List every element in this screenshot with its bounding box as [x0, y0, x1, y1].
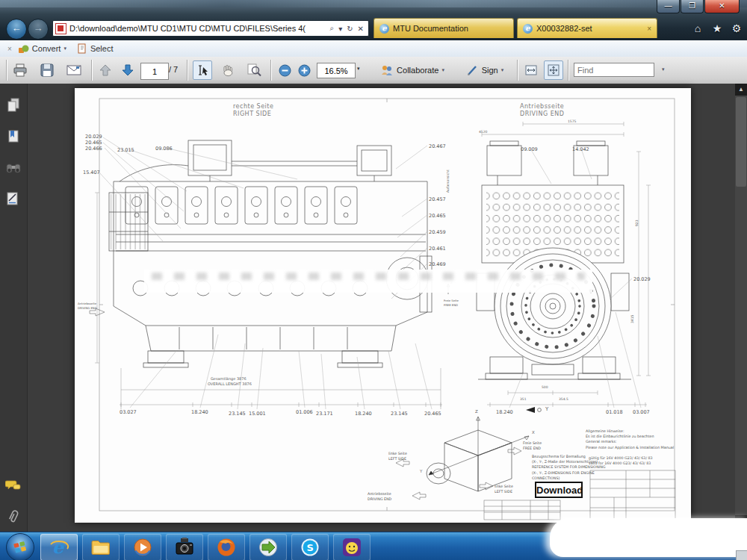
- dim-label: 23.145: [229, 411, 246, 417]
- dim-label: 20.469: [429, 261, 446, 267]
- page-thumbnails-icon[interactable]: [5, 97, 22, 113]
- dim-label: 03.027: [120, 409, 137, 415]
- hand-tool-button[interactable]: [218, 60, 238, 80]
- view-title-driving-end-en: DRIVING END: [520, 111, 564, 118]
- ie-favicon: e: [523, 24, 533, 34]
- search-icon[interactable]: ⌕: [328, 24, 337, 33]
- axis-z-label: Z: [475, 409, 478, 414]
- rotated-dim: 3415: [630, 315, 634, 323]
- address-bar[interactable]: D:\download\demo\MTU CD1\MTU CD\MTU CD\F…: [52, 20, 369, 37]
- separator: [517, 60, 518, 81]
- iso-free-end-label: Freie SeiteFREE END: [523, 441, 542, 451]
- overall-length-de: Gesamtlänge 3876: [211, 376, 247, 381]
- select-button[interactable]: Select: [77, 43, 114, 55]
- command-bar: × Convert ▾ Select: [0, 40, 747, 57]
- dim-label: 351: [520, 397, 527, 401]
- dim-label: 354.5: [559, 397, 568, 401]
- close-button[interactable]: ✕: [704, 0, 740, 13]
- settings-gear-icon[interactable]: ⚙: [728, 21, 746, 36]
- url-text[interactable]: D:\download\demo\MTU CD1\MTU CD\MTU CD\F…: [69, 24, 328, 33]
- minimize-button[interactable]: —: [657, 0, 680, 13]
- dim-label: 500: [542, 385, 548, 389]
- fit-page-button[interactable]: [544, 60, 563, 80]
- taskbar-camera-app[interactable]: [166, 534, 203, 560]
- chevron-down-icon[interactable]: ▾: [336, 25, 344, 33]
- taskbar-file-explorer[interactable]: [82, 534, 120, 560]
- previous-page-button[interactable]: [96, 60, 115, 80]
- minus-circle-icon: [279, 64, 291, 77]
- scrollbar-thumb[interactable]: [736, 97, 746, 187]
- ie-favicon: e: [379, 24, 389, 34]
- separator: [187, 60, 187, 81]
- next-page-button[interactable]: [118, 60, 137, 80]
- free-end-mini-label: Freie SeiteFREE END: [444, 299, 459, 307]
- scroll-up-icon[interactable]: ▲: [735, 84, 747, 96]
- dim-label: 20.465: [429, 213, 446, 219]
- bookmarks-icon[interactable]: [5, 128, 22, 145]
- chevron-down-icon[interactable]: ▾: [357, 66, 360, 72]
- convert-button[interactable]: Convert ▾: [18, 43, 66, 55]
- close-bar-icon[interactable]: ×: [7, 45, 12, 53]
- zoom-out-button[interactable]: [275, 60, 294, 80]
- view-title-right-side-de: rechte Seite: [233, 103, 273, 111]
- left-edge-driving-end-label: AntriebsseiteDRIVING END: [78, 302, 97, 310]
- camera-icon: [174, 537, 195, 558]
- print-button[interactable]: [10, 60, 30, 80]
- document-area: rechte Seite RIGHT SIDE Antriebsseite DR…: [0, 84, 747, 532]
- taskbar-skype[interactable]: S: [291, 534, 329, 560]
- select-tool-button[interactable]: [193, 60, 212, 80]
- iso-driving-end-label: AntriebsseiteDRIVING END: [368, 491, 391, 502]
- overall-length-en: OVERALL LENGHT 3876: [208, 382, 252, 386]
- taskbar-internet-explorer[interactable]: e: [40, 534, 78, 560]
- start-button[interactable]: [6, 533, 34, 560]
- sign-button[interactable]: Sign ▾: [459, 60, 511, 80]
- tab-label: MTU Documentation: [393, 24, 468, 33]
- tab-mtu-documentation[interactable]: e MTU Documentation: [374, 18, 514, 38]
- fit-width-icon: [524, 63, 538, 77]
- taskbar-media-player[interactable]: [124, 534, 161, 560]
- search-binoculars-icon[interactable]: [5, 160, 22, 176]
- taskbar-yahoo-messenger[interactable]: [333, 534, 371, 560]
- comments-icon[interactable]: [5, 478, 22, 494]
- email-button[interactable]: [64, 60, 84, 80]
- marquee-zoom-button[interactable]: [245, 60, 264, 80]
- forward-button[interactable]: →: [28, 19, 49, 40]
- taskbar-firefox[interactable]: [208, 534, 245, 560]
- back-button[interactable]: ←: [6, 19, 27, 40]
- watermark-band: [144, 270, 592, 293]
- download-button[interactable]: Download: [535, 482, 583, 498]
- dim-label: 4520: [479, 130, 487, 134]
- page-number-input[interactable]: [140, 63, 169, 80]
- zoom-level-select[interactable]: 16.5%: [317, 63, 356, 78]
- dim-label: 23.015: [117, 147, 134, 153]
- dim-label: 23.171: [316, 411, 333, 417]
- zoom-in-button[interactable]: [294, 60, 314, 80]
- stop-icon[interactable]: ✕: [356, 25, 366, 33]
- tab-close-icon[interactable]: ×: [642, 25, 651, 33]
- media-player-icon: [132, 537, 153, 558]
- refresh-icon[interactable]: ↻: [344, 25, 355, 33]
- favorites-star-icon[interactable]: ★: [708, 21, 726, 36]
- chevron-down-icon: ▾: [501, 67, 504, 73]
- dim-label: 15.407: [83, 169, 100, 175]
- home-icon[interactable]: ⌂: [689, 21, 707, 36]
- people-icon: [380, 64, 394, 76]
- rotated-note: Außenansicht: [446, 169, 450, 193]
- left-view: [109, 140, 450, 367]
- vertical-scrollbar[interactable]: ▲ ▼: [735, 84, 747, 532]
- validity-text: gültig für 16V 4000 G23/ 43/ 63/ 83valid…: [589, 455, 653, 466]
- find-input[interactable]: [574, 63, 654, 77]
- chevron-down-icon: ▾: [441, 67, 444, 73]
- attachments-paperclip-icon[interactable]: [5, 508, 22, 524]
- fit-width-button[interactable]: [521, 60, 541, 80]
- yahoo-messenger-icon: [341, 537, 362, 558]
- save-button[interactable]: [37, 60, 57, 80]
- restore-button[interactable]: ❐: [681, 0, 704, 13]
- tab-x00032882-set[interactable]: e X00032882-set ×: [517, 18, 657, 38]
- taskbar-idm[interactable]: [249, 534, 287, 560]
- show-desktop-button[interactable]: [736, 550, 747, 560]
- chevron-down-icon[interactable]: ▾: [63, 46, 66, 52]
- signatures-icon[interactable]: [5, 191, 22, 208]
- collaborate-button[interactable]: Collaborate ▾: [372, 60, 453, 80]
- chevron-down-icon[interactable]: ▾: [662, 66, 665, 72]
